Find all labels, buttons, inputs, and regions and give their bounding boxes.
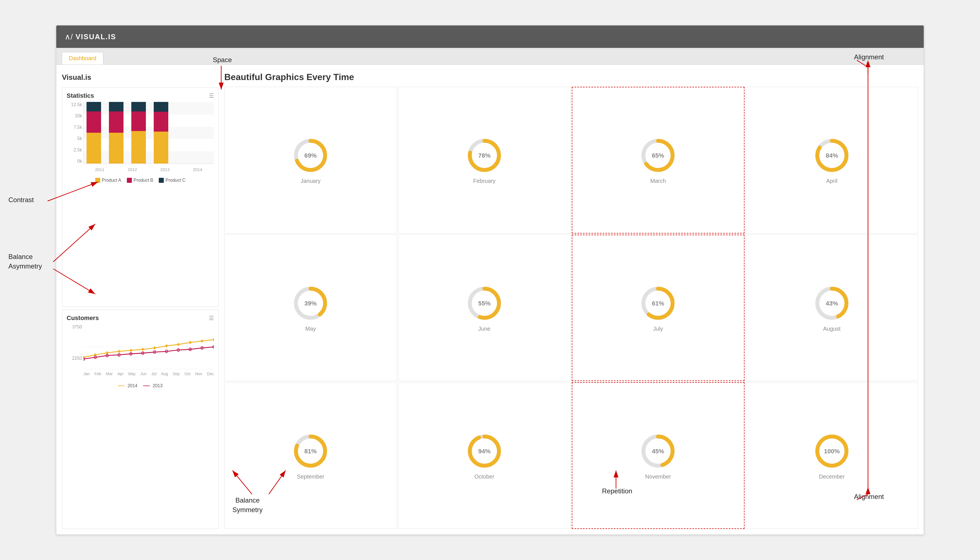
donut-cell-december: 100%December xyxy=(746,382,918,529)
app-window: ∧/ VISUAL.IS Dashboard Visual.is Statist… xyxy=(56,25,924,535)
donut-svg-august: 43% xyxy=(812,283,852,323)
y-label-10k: 10k xyxy=(67,113,82,118)
donut-label-march: March xyxy=(650,178,666,184)
logo-area: ∧/ VISUAL.IS xyxy=(65,32,116,42)
svg-text:39%: 39% xyxy=(304,300,317,307)
donut-svg-october: 94% xyxy=(465,432,504,471)
y-label-2_5k: 2.5k xyxy=(67,148,82,153)
svg-point-9 xyxy=(165,344,167,347)
donut-svg-february: 78% xyxy=(465,136,504,175)
donut-svg-june: 55% xyxy=(465,283,504,323)
svg-text:78%: 78% xyxy=(478,152,490,159)
legend-product-c: Product C xyxy=(159,178,185,183)
donut-cell-january: 69%January xyxy=(224,87,397,233)
bars-container xyxy=(83,102,214,164)
svg-text:45%: 45% xyxy=(652,447,664,455)
customers-chart-card: Customers ☰ 2250 3750 xyxy=(62,310,219,529)
annotation-alignment-top: Alignment xyxy=(854,53,884,61)
donut-svg-march: 65% xyxy=(638,136,678,175)
donut-label-december: December xyxy=(819,473,845,480)
donut-cell-march: 65%March xyxy=(572,87,745,233)
tab-dashboard[interactable]: Dashboard xyxy=(62,52,103,64)
donut-label-july: July xyxy=(653,326,663,332)
left-panel-title: Visual.is xyxy=(62,70,219,85)
y-label-12_5k: 12.5k xyxy=(67,102,82,107)
bar-chart-area: 0k 2.5k 5k 7.5k 10k 12.5k 2011 2012 2013 xyxy=(67,102,214,175)
svg-point-10 xyxy=(177,343,180,346)
donut-cell-february: 78%February xyxy=(398,87,571,233)
legend-product-c-label: Product C xyxy=(165,178,185,183)
bar-label-2011: 2011 xyxy=(95,167,105,172)
donut-label-april: April xyxy=(826,178,837,184)
right-panel: Beautiful Graphics Every Time 69%January… xyxy=(224,70,918,529)
donut-svg-may: 39% xyxy=(291,283,330,323)
svg-text:69%: 69% xyxy=(304,152,317,159)
donut-label-november: November xyxy=(645,473,671,480)
donut-svg-november: 45% xyxy=(638,432,678,471)
statistics-chart-card: Statistics ☰ 0k 2.5k 5k 7.5k 10k 12.5k xyxy=(62,87,219,307)
annotation-space: Space xyxy=(213,56,232,64)
bar-group xyxy=(109,102,123,163)
legend-2014: 2014 xyxy=(118,383,137,388)
donut-cell-june: 55%June xyxy=(398,235,571,382)
svg-point-12 xyxy=(201,340,203,342)
donut-cell-july: 61%July xyxy=(572,235,745,382)
donut-cell-august: 43%August xyxy=(746,235,918,382)
main-content: Visual.is Statistics ☰ 0k 2.5k 5k 7.5k 1… xyxy=(56,65,924,535)
svg-text:94%: 94% xyxy=(478,447,490,455)
svg-text:100%: 100% xyxy=(824,447,840,455)
donut-label-february: February xyxy=(473,178,496,184)
svg-point-8 xyxy=(153,347,156,349)
y-label-0k: 0k xyxy=(67,159,82,164)
line-chart-svg xyxy=(83,325,214,369)
section-title: Beautiful Graphics Every Time xyxy=(224,70,918,84)
donut-label-september: September xyxy=(297,473,324,480)
annotation-balance-symmetry: BalanceSymmetry xyxy=(232,496,263,514)
stats-legend: Product A Product B Product C xyxy=(67,178,214,183)
legend-2013: 2013 xyxy=(143,383,163,388)
bar-group xyxy=(87,102,101,163)
legend-product-a-label: Product A xyxy=(102,178,121,183)
customers-menu-icon[interactable]: ☰ xyxy=(209,315,214,322)
tab-bar: Dashboard xyxy=(56,48,924,65)
legend-product-b-label: Product B xyxy=(133,178,153,183)
svg-point-13 xyxy=(213,338,214,341)
donut-label-january: January xyxy=(301,178,321,184)
customers-chart-header: Customers ☰ xyxy=(67,315,214,322)
stats-chart-header: Statistics ☰ xyxy=(67,92,214,99)
donut-svg-december: 100% xyxy=(812,432,852,471)
svg-text:43%: 43% xyxy=(826,300,838,307)
bar-label-2014: 2014 xyxy=(193,167,202,172)
legend-2014-label: 2014 xyxy=(127,383,137,388)
stats-menu-icon[interactable]: ☰ xyxy=(209,92,214,99)
line-y-3750: 3750 xyxy=(67,325,82,330)
donut-label-october: October xyxy=(474,473,494,480)
donut-cell-october: 94%October xyxy=(398,382,571,529)
line-x-labels: JanFebMarAprMayJun JulAugSepOctNovDec xyxy=(83,372,214,376)
svg-text:65%: 65% xyxy=(652,152,664,159)
left-panel: Visual.is Statistics ☰ 0k 2.5k 5k 7.5k 1… xyxy=(62,70,219,529)
bar-group xyxy=(154,102,168,163)
bar-label-2013: 2013 xyxy=(160,167,170,172)
svg-point-6 xyxy=(130,349,132,352)
customers-chart-title: Customers xyxy=(67,315,99,322)
donut-svg-april: 84% xyxy=(812,136,852,175)
donut-cell-may: 39%May xyxy=(224,235,397,382)
donut-label-may: May xyxy=(305,326,316,332)
svg-point-5 xyxy=(118,350,120,353)
title-bar: ∧/ VISUAL.IS xyxy=(56,25,924,48)
annotation-repetition: Repetition xyxy=(602,487,632,495)
legend-2013-label: 2013 xyxy=(153,383,163,388)
legend-product-a: Product A xyxy=(95,178,121,183)
y-label-7_5k: 7.5k xyxy=(67,125,82,130)
donut-cell-november: 45%November xyxy=(572,382,745,529)
svg-point-7 xyxy=(142,348,144,350)
line-chart-area: 2250 3750 xyxy=(67,325,214,380)
logo-text: VISUAL.IS xyxy=(76,32,116,41)
y-label-5k: 5k xyxy=(67,136,82,141)
logo-icon: ∧/ xyxy=(65,32,73,42)
customers-legend: 2014 2013 xyxy=(67,383,214,388)
svg-point-11 xyxy=(189,341,191,344)
svg-point-4 xyxy=(106,352,108,354)
donut-label-august: August xyxy=(823,326,840,332)
